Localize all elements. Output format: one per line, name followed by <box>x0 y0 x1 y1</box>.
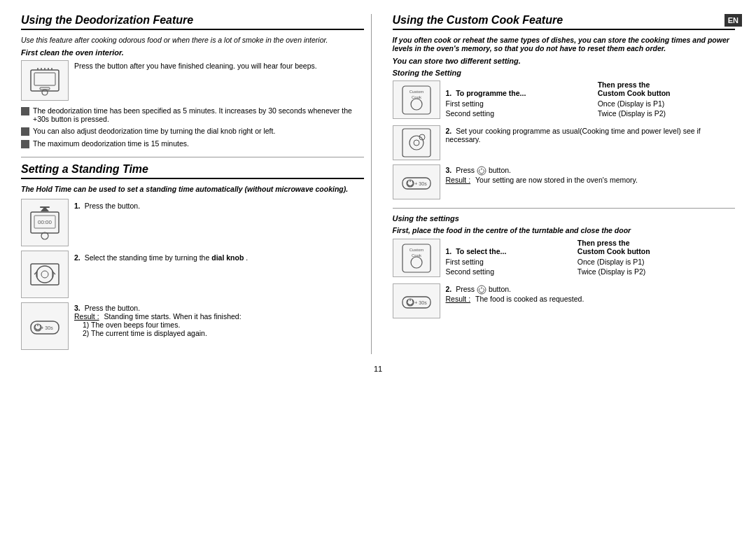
deodorization-title: Using the Deodorization Feature <box>21 14 364 30</box>
standing-step2-block: 2. Select the standing time by turning t… <box>21 251 364 298</box>
custom-cook-sub1: You can store two different setting. <box>393 57 736 65</box>
svg-point-16 <box>36 266 53 283</box>
storing-icon-group: Custom Cook <box>393 80 440 119</box>
using-col1-header: 1. To select the... <box>446 239 578 257</box>
svg-text:+ 30s: + 30s <box>414 300 427 305</box>
storing-step2-text: 2. Set your cooking programme as usual(C… <box>446 125 736 143</box>
storing-col2-header: Then press the Custom Cook button <box>598 80 735 99</box>
custom-cook-button-icon: Custom Cook <box>393 80 440 119</box>
right-inner-divider <box>393 208 736 209</box>
standing-step3-text: 3. Press the button. Result : Standing t… <box>74 302 241 337</box>
bullet-item-2: You can also adjust deodorization time b… <box>21 127 364 136</box>
bullet-icon-3 <box>21 140 29 148</box>
left-column: Using the Deodorization Feature Use this… <box>21 14 372 354</box>
using-section: Using the settings First, place the food… <box>393 214 736 318</box>
svg-text:Custom: Custom <box>409 90 424 94</box>
page-layout: Using the Deodorization Feature Use this… <box>21 14 735 354</box>
storing-dial-svg <box>401 127 432 158</box>
svg-text:Cook: Cook <box>411 253 421 258</box>
storing-step3-block: + 30s 3. Press button. Result : <box>393 164 736 199</box>
en-badge: EN <box>724 14 742 27</box>
svg-rect-1 <box>34 73 55 85</box>
custom-cook-svg: Custom Cook <box>401 85 432 115</box>
using-step2-text: 2. Press button. Result : The food is co… <box>446 283 584 303</box>
svg-text:+ 30s: + 30s <box>41 325 53 330</box>
right-column: EN Using the Custom Cook Feature If you … <box>386 14 736 354</box>
svg-text:00:00: 00:00 <box>38 219 52 225</box>
left-section-divider <box>21 157 364 157</box>
svg-text:Cook: Cook <box>411 95 421 99</box>
deodorization-step1-text: Press the button after you have finished… <box>74 60 317 70</box>
step1-text-content: Press the button after you have finished… <box>74 62 317 70</box>
standing-title: Setting a Standing Time <box>21 163 364 179</box>
svg-text:+ 30s: + 30s <box>414 181 427 186</box>
standing-time-section: Setting a Standing Time The Hold Time ca… <box>21 163 364 350</box>
svg-point-37 <box>411 257 422 268</box>
storing-section: Storing the Setting Custom Cook <box>393 69 736 199</box>
svg-point-8 <box>42 90 48 95</box>
storing-row-2: Second setting Twice (Display is P2) <box>446 108 736 118</box>
svg-point-23 <box>411 99 422 110</box>
standing-step3-icon: + 30s <box>21 302 69 350</box>
standing-step2-text: 2. Select the standing time by turning t… <box>74 251 248 262</box>
deodorization-step1-block: Press the button after you have finished… <box>21 60 364 101</box>
storing-start-svg: + 30s <box>401 167 432 197</box>
using-table: 1. To select the... Then press the Custo… <box>446 239 736 276</box>
bullet-item-1: The deodorization time has been specifie… <box>21 106 364 123</box>
using-row-1: First setting Once (Display is P1) <box>446 257 736 267</box>
deodorization-oven-icon <box>27 63 62 98</box>
bullet-icon-1 <box>21 107 29 115</box>
svg-text:Custom: Custom <box>409 248 424 252</box>
storing-dial-icon <box>393 125 440 160</box>
storing-row-1: First setting Once (Display is P1) <box>446 99 736 108</box>
start-inline-icon-2 <box>477 285 486 295</box>
using-start-icon: + 30s <box>393 283 440 318</box>
using-intro: First, place the food in the centre of t… <box>393 226 736 234</box>
storing-step1-content: 1. To programme the... Then press the Cu… <box>446 80 736 121</box>
using-step1-content: 1. To select the... Then press the Custo… <box>446 239 736 279</box>
dial-knob-icon <box>27 255 62 294</box>
deodorization-section: Using the Deodorization Feature Use this… <box>21 14 364 148</box>
page-number: 11 <box>21 365 735 373</box>
start-button-icon: + 30s <box>27 307 62 346</box>
deodorization-intro: Use this feature after cooking odorous f… <box>21 36 364 44</box>
bullet-item-3: The maximum deodorization time is 15 min… <box>21 139 364 148</box>
storing-start-icon: + 30s <box>393 164 440 199</box>
standing-intro: The Hold Time can be used to set a stand… <box>21 185 364 193</box>
using-step1-block: Custom Cook 1. To select the... Then pre… <box>393 239 736 279</box>
standing-step3-block: + 30s 3. Press the button. Result : Stan… <box>21 302 364 350</box>
using-cc-svg: Custom Cook <box>401 243 432 274</box>
standing-step1-text: 1. Press the button. <box>74 199 140 210</box>
using-heading: Using the settings <box>393 214 736 223</box>
using-step2-block: + 30s 2. Press button. Result : <box>393 283 736 318</box>
using-start-svg: + 30s <box>401 286 432 316</box>
using-cc-icon: Custom Cook <box>393 239 440 277</box>
using-col2-header: Then press the Custom Cook button <box>578 239 735 257</box>
standing-step1-block: 00:00 1. Press the button. <box>21 199 364 246</box>
storing-step3-text: 3. Press button. Result : Your setting a… <box>446 164 638 184</box>
standing-step2-icon <box>21 251 69 298</box>
svg-point-17 <box>41 271 48 278</box>
storing-table: 1. To programme the... Then press the Cu… <box>446 80 736 118</box>
storing-heading: Storing the Setting <box>393 69 736 77</box>
standing-step1-icon: 00:00 <box>21 199 69 246</box>
standing-clock-icon: 00:00 <box>27 204 62 242</box>
custom-cook-section: Using the Custom Cook Feature If you oft… <box>393 14 736 318</box>
svg-point-27 <box>410 136 424 150</box>
svg-rect-26 <box>402 129 430 157</box>
bullet-icon-2 <box>21 127 29 136</box>
deodorization-icon-box <box>21 60 69 101</box>
deodorization-bullets: The deodorization time has been specifie… <box>21 106 364 148</box>
custom-cook-title: Using the Custom Cook Feature <box>393 14 736 30</box>
svg-point-28 <box>414 140 419 146</box>
storing-step1-block: Custom Cook 1. To programme the... <box>393 80 736 121</box>
using-row-2: Second setting Twice (Display is P2) <box>446 267 736 276</box>
storing-col1-header: 1. To programme the... <box>446 80 598 99</box>
svg-rect-15 <box>31 264 59 285</box>
clean-oven-heading: First clean the oven interior. <box>21 48 364 57</box>
custom-cook-intro: If you often cook or reheat the same typ… <box>393 36 736 52</box>
storing-step2-block: 2. Set your cooking programme as usual(C… <box>393 125 736 160</box>
start-inline-icon <box>477 166 486 176</box>
